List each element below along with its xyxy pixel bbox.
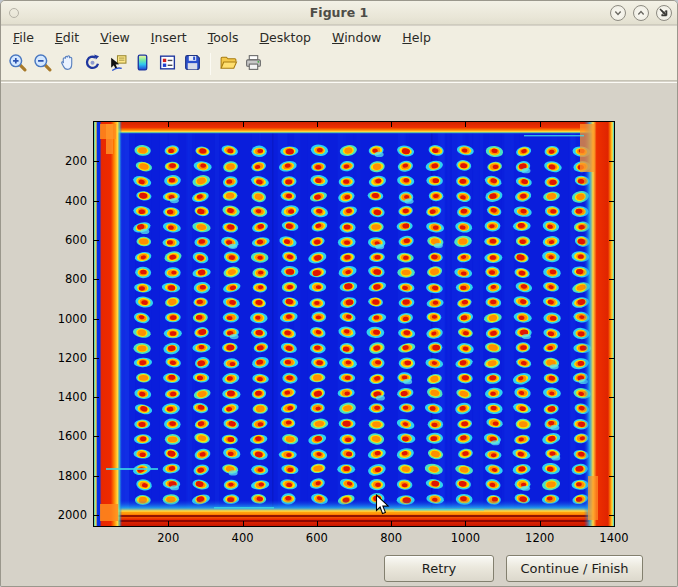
rotate-3d-icon [83, 53, 102, 75]
menu-item-help[interactable]: Help [402, 30, 431, 45]
x-tick-label: 1000 [440, 531, 490, 545]
x-tick-label: 200 [143, 531, 193, 545]
window-shade-button[interactable] [610, 5, 626, 21]
x-tick-label: 600 [292, 531, 342, 545]
window-title: Figure 1 [1, 5, 677, 20]
figure-window: Figure 1 FileEditViewInsertToolsDesktopW… [0, 0, 678, 587]
x-tick-label: 400 [218, 531, 268, 545]
x-tick-label: 800 [366, 531, 416, 545]
zoom-out-icon [33, 53, 52, 75]
y-tick-label: 400 [51, 194, 87, 208]
figure-toolbar [1, 48, 677, 81]
y-tick-label: 800 [51, 272, 87, 286]
x-tick-label: 1200 [515, 531, 565, 545]
toolbar-separator [210, 53, 211, 75]
shade-icon [613, 8, 623, 18]
y-tick-label: 1800 [51, 469, 87, 483]
retry-button[interactable]: Retry [384, 555, 494, 582]
continue-finish-button[interactable]: Continue / Finish [506, 555, 643, 582]
insert-colorbar-button[interactable] [131, 52, 155, 76]
y-tick-label: 1400 [51, 390, 87, 404]
insert-legend-icon [158, 53, 177, 75]
print-figure-icon [244, 53, 263, 75]
menu-item-desktop[interactable]: Desktop [259, 30, 311, 45]
insert-legend-button[interactable] [156, 52, 180, 76]
menu-item-tools[interactable]: Tools [208, 30, 239, 45]
window-unshade-button[interactable] [633, 5, 649, 21]
pan-icon [58, 53, 77, 75]
y-tick-label: 1000 [51, 312, 87, 326]
data-cursor-button[interactable] [106, 52, 130, 76]
dock-figure-icon[interactable] [657, 6, 670, 19]
y-tick-label: 200 [51, 154, 87, 168]
data-cursor-icon [108, 53, 127, 75]
insert-colorbar-icon [133, 53, 152, 75]
zoom-in-icon [8, 53, 27, 75]
y-tick-label: 1600 [51, 429, 87, 443]
zoom-in-button[interactable] [6, 52, 30, 76]
open-file-icon [219, 53, 238, 75]
y-tick-label: 1200 [51, 351, 87, 365]
save-figure-button[interactable] [181, 52, 205, 76]
open-file-button[interactable] [217, 52, 241, 76]
y-tick-label: 600 [51, 233, 87, 247]
figure-canvas: 2004006008001000120014001600180020002004… [1, 82, 677, 587]
y-tick-label: 2000 [51, 508, 87, 522]
unshade-icon [636, 8, 646, 18]
x-tick-label: 1400 [589, 531, 639, 545]
save-figure-icon [183, 53, 202, 75]
menu-item-window[interactable]: Window [332, 30, 381, 45]
menu-item-file[interactable]: File [13, 30, 34, 45]
print-figure-button[interactable] [242, 52, 266, 76]
pan-button[interactable] [56, 52, 80, 76]
plot-axes[interactable] [93, 121, 615, 527]
menu-item-view[interactable]: View [100, 30, 130, 45]
menubar: FileEditViewInsertToolsDesktopWindowHelp [1, 26, 677, 48]
titlebar[interactable]: Figure 1 [1, 1, 677, 25]
plate-scan-image[interactable] [94, 122, 614, 526]
menu-item-insert[interactable]: Insert [151, 30, 187, 45]
rotate-3d-button[interactable] [81, 52, 105, 76]
menu-item-edit[interactable]: Edit [55, 30, 79, 45]
zoom-out-button[interactable] [31, 52, 55, 76]
